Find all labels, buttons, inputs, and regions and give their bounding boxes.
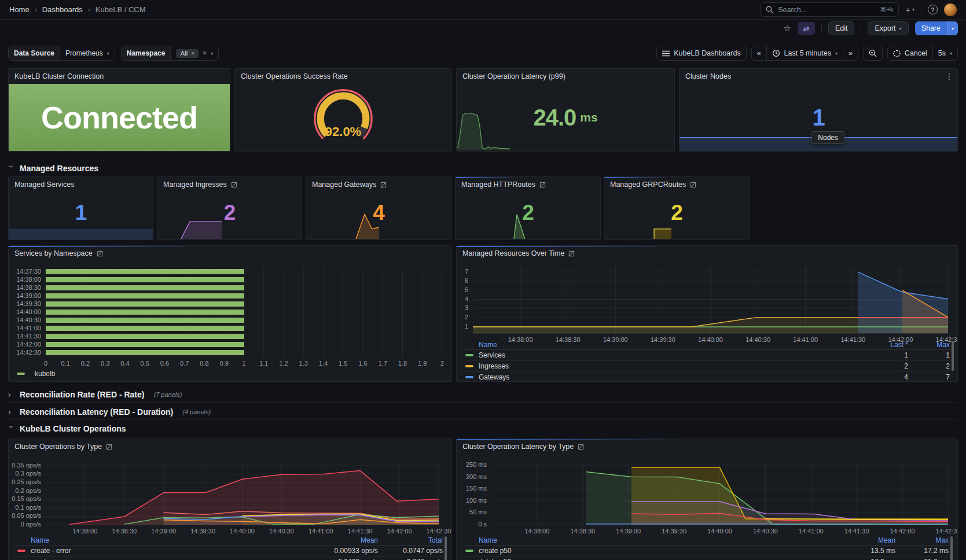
share-menu-button[interactable]: ▾ [947, 21, 958, 35]
share-button[interactable]: Share ▾ [915, 21, 958, 35]
breadcrumb-dashboards[interactable]: Dashboards [42, 5, 83, 14]
add-button[interactable]: +▾ [905, 5, 914, 14]
panel-links-icon[interactable] [106, 444, 112, 450]
y-category-label: 14:37:30 [16, 268, 41, 275]
grafana-dashboard: Home › Dashboards › KubeLB / CCM Search.… [0, 0, 966, 560]
time-shift-forward-button[interactable]: » [843, 46, 858, 60]
section-managed-resources[interactable]: › Managed Resources [8, 161, 958, 176]
legend-col-name[interactable]: Name [479, 341, 866, 349]
tooltip: Nodes [811, 131, 844, 144]
legend-name[interactable]: delete p50 [479, 558, 842, 560]
old-new-toggle-button[interactable]: ⇄ [798, 22, 815, 35]
breadcrumb-home[interactable]: Home [9, 5, 30, 14]
panel-title[interactable]: Cluster Operation Latency (p99) [457, 69, 674, 84]
y-tick-label: 0 s [478, 521, 487, 528]
divider [821, 24, 822, 33]
panel-title[interactable]: Cluster Operation Latency by Type [457, 439, 957, 454]
time-range-picker[interactable]: Last 5 minutes▾ [766, 46, 843, 60]
legend-value: 0.072 ops/s [378, 558, 443, 560]
legend-name[interactable]: Ingresses [479, 362, 866, 370]
close-icon[interactable]: × [191, 50, 194, 57]
x-tick-label: 14:39:00 [616, 528, 641, 535]
bar [46, 334, 244, 339]
time-range-controls: « Last 5 minutes▾ » [751, 46, 858, 61]
datasource-label: Data Source [9, 46, 60, 60]
refresh-interval-picker[interactable]: 5s▾ [932, 46, 957, 60]
panel-title[interactable]: Services by Namespace [9, 246, 451, 261]
panel-menu-icon[interactable]: ⋮ [945, 72, 953, 81]
x-tick-label: 0.7 [180, 360, 189, 367]
panel-links-icon[interactable] [578, 444, 584, 450]
panel-title[interactable]: Managed Services [9, 177, 153, 192]
panel-managed-grpcroutes: Managed GRPCRoutes 2 [604, 176, 750, 240]
y-category-label: 14:39:00 [16, 292, 41, 299]
legend-name[interactable]: kubelb [35, 370, 55, 378]
legend-col-max[interactable]: Max [908, 341, 950, 349]
star-icon[interactable]: ☆ [783, 23, 791, 34]
panel-title[interactable]: Cluster Operations Success Rate [235, 69, 451, 84]
x-tick-label: 14:40:00 [230, 528, 255, 535]
panel-title[interactable]: Managed GRPCRoutes [604, 177, 749, 192]
legend-col-max[interactable]: Max [895, 536, 949, 544]
legend-row: Ingresses22 [464, 361, 952, 372]
panel-links-icon[interactable] [97, 250, 103, 257]
legend-name[interactable]: Services [479, 351, 866, 359]
y-tick-label: 0 ops/s [21, 521, 41, 528]
cancel-refresh-button[interactable]: Cancel [888, 46, 932, 60]
legend-col-last[interactable]: Last * [866, 341, 908, 349]
chevron-right-icon: › [8, 390, 14, 399]
panel-title[interactable]: Managed Resources Over Time [457, 246, 957, 261]
x-tick-label: 14:40:30 [269, 528, 294, 535]
zoom-out-button[interactable] [863, 46, 883, 61]
legend-col-mean[interactable]: Mean [842, 536, 895, 544]
legend-swatch [465, 365, 473, 367]
kubelb-dashboards-button[interactable]: KubeLB Dashboards [656, 46, 746, 61]
legend-col-name[interactable]: Name [31, 536, 313, 544]
panel-links-icon[interactable] [690, 182, 696, 188]
help-icon[interactable]: ? [928, 5, 938, 14]
clear-icon[interactable]: × [203, 49, 207, 57]
panel-links-icon[interactable] [380, 182, 387, 188]
legend-scrollbar[interactable] [952, 341, 954, 371]
panel-title[interactable]: Managed Ingresses [157, 177, 302, 192]
namespace-chip-all[interactable]: All× [176, 49, 199, 58]
panel-operation-latency-p99: Cluster Operation Latency (p99) 24.0 ms [456, 68, 675, 152]
panel-links-icon[interactable] [568, 250, 575, 257]
time-shift-back-button[interactable]: « [752, 46, 766, 60]
legend-scrollbar[interactable] [445, 536, 447, 560]
section-reconciliation-latency[interactable]: › Reconciliation Latency (RED - Duration… [8, 404, 958, 420]
panel-links-icon[interactable] [231, 182, 237, 188]
export-button[interactable]: Export▾ [868, 21, 908, 35]
legend-col-total[interactable]: Total [378, 536, 443, 544]
y-tick-label: 150 ms [466, 485, 487, 492]
legend-col-mean[interactable]: Mean [313, 536, 378, 544]
panel-title[interactable]: Cluster Operations by Type [9, 439, 451, 454]
legend-name[interactable]: create - error [31, 547, 313, 555]
legend-col-name[interactable]: Name [479, 536, 842, 544]
stat-value: 2 [224, 201, 236, 225]
chevron-down-icon: ▾ [835, 51, 838, 56]
panel-title[interactable]: Cluster Nodes [679, 69, 957, 84]
legend-name[interactable]: Gateways [479, 373, 866, 381]
breadcrumb-separator: › [35, 6, 37, 14]
datasource-picker[interactable]: Data Source Prometheus▾ [8, 46, 115, 61]
y-tick-label: 0.15 ops/s [12, 496, 41, 503]
loading-spinner-icon [893, 50, 901, 57]
stat-value: 2 [671, 201, 682, 225]
x-tick-label: 1.1 [259, 360, 268, 367]
panel-title[interactable]: KubeLB Cluster Connection [9, 69, 230, 84]
search-input[interactable]: Search... ⌘+k [760, 2, 899, 17]
bar [46, 350, 244, 355]
chevron-down-icon: › [7, 165, 16, 172]
legend-name[interactable]: create p50 [479, 547, 842, 555]
panel-title[interactable]: Managed HTTPRoutes [456, 177, 600, 192]
legend-name[interactable]: create - success [31, 558, 313, 560]
section-cluster-operations[interactable]: › KubeLB Cluster Operations [8, 421, 958, 436]
panel-title[interactable]: Managed Gateways [306, 177, 451, 192]
section-reconciliation-rate[interactable]: › Reconciliation Rate (RED - Rate) (7 pa… [8, 386, 958, 403]
edit-button[interactable]: Edit [828, 21, 855, 35]
avatar[interactable] [944, 3, 957, 16]
panel-links-icon[interactable] [539, 182, 546, 188]
namespace-picker[interactable]: Namespace All× × ▾ [121, 46, 219, 61]
legend-scrollbar[interactable] [950, 536, 953, 560]
